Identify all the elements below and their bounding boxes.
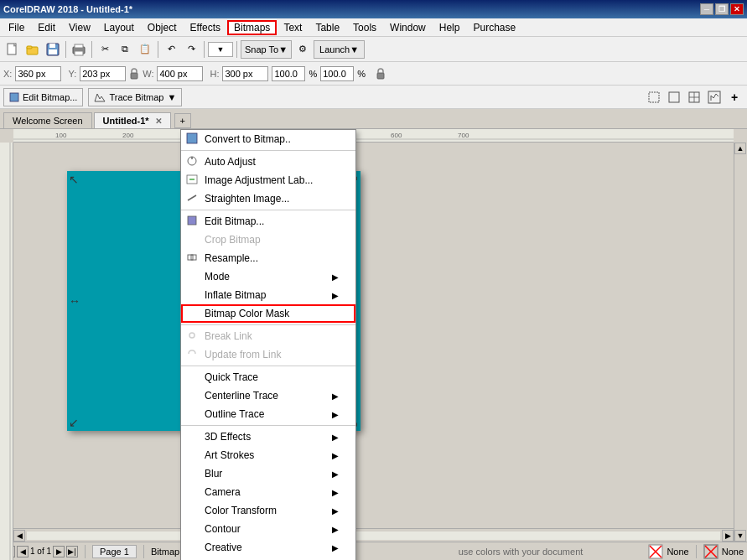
x-input[interactable] bbox=[15, 66, 61, 81]
scroll-up-button[interactable]: ▲ bbox=[734, 143, 746, 154]
menu-centerline-trace[interactable]: Centerline Trace ▶ bbox=[181, 386, 355, 405]
fill-status: None bbox=[648, 544, 688, 559]
w-input[interactable] bbox=[157, 66, 203, 81]
menu-object[interactable]: Object bbox=[141, 20, 184, 35]
status-sep-1 bbox=[85, 545, 86, 558]
scrollbar-horizontal[interactable]: ◀ ▶ bbox=[13, 528, 734, 542]
menu-straighten[interactable]: Straighten Image... bbox=[181, 189, 355, 208]
menu-auto-adjust[interactable]: Auto Adjust bbox=[181, 153, 355, 171]
menu-camera[interactable]: Camera ▶ bbox=[181, 483, 355, 501]
menu-file[interactable]: File bbox=[2, 20, 31, 35]
scroll-left-button[interactable]: ◀ bbox=[13, 530, 25, 542]
minimize-button[interactable]: ─ bbox=[700, 3, 713, 15]
menu-convert-bitmap[interactable]: Convert to Bitmap.. bbox=[181, 130, 355, 148]
creative-arrow: ▶ bbox=[332, 543, 339, 552]
convert-icon bbox=[186, 132, 198, 147]
page-tab[interactable]: Page 1 bbox=[92, 545, 137, 558]
color-hint: use colors with your document bbox=[400, 547, 642, 557]
menu-mode[interactable]: Mode ▶ bbox=[181, 267, 355, 286]
paste-button[interactable]: 📋 bbox=[136, 40, 154, 59]
page-count: 1 of 1 bbox=[30, 547, 51, 556]
scroll-right-button[interactable]: ▶ bbox=[722, 530, 734, 542]
tab-welcome[interactable]: Welcome Screen bbox=[3, 112, 92, 128]
menu-bitmaps[interactable]: Bitmaps bbox=[227, 20, 277, 35]
menu-window[interactable]: Window bbox=[383, 20, 433, 35]
zoom-level[interactable]: ▼ bbox=[208, 42, 233, 57]
scrollbar-vertical[interactable]: ▲ ▼ bbox=[734, 143, 747, 542]
scale-x-input[interactable] bbox=[272, 66, 305, 81]
menu-help[interactable]: Help bbox=[433, 20, 467, 35]
menu-text[interactable]: Text bbox=[277, 20, 309, 35]
tb-icon-3[interactable] bbox=[685, 88, 703, 106]
print-button[interactable] bbox=[70, 40, 88, 59]
new-tab-button[interactable]: + bbox=[174, 113, 191, 128]
copy-button[interactable]: ⧉ bbox=[116, 40, 134, 59]
snap-button[interactable]: Snap To ▼ bbox=[241, 40, 292, 59]
tb-icon-4[interactable] bbox=[705, 88, 724, 106]
close-button[interactable]: ✕ bbox=[730, 3, 744, 15]
launch-button[interactable]: Launch ▼ bbox=[314, 40, 365, 59]
mode-submenu-arrow: ▶ bbox=[332, 272, 339, 282]
undo-button[interactable]: ↶ bbox=[162, 40, 180, 59]
menu-custom[interactable]: Custom ▶ bbox=[181, 557, 355, 560]
menu-art-strokes[interactable]: Art Strokes ▶ bbox=[181, 446, 355, 464]
tb-icon-2[interactable] bbox=[665, 88, 683, 106]
open-button[interactable] bbox=[23, 40, 42, 59]
tab-close-icon[interactable]: ✕ bbox=[155, 117, 162, 126]
plus-zoom-button[interactable]: + bbox=[725, 88, 744, 106]
percent-x: % bbox=[309, 69, 317, 79]
menu-layout[interactable]: Layout bbox=[97, 20, 141, 35]
inflate-submenu-arrow: ▶ bbox=[332, 291, 339, 300]
color-transform-arrow: ▶ bbox=[332, 506, 339, 516]
tab-untitled[interactable]: Untitled-1* ✕ bbox=[94, 112, 171, 128]
new-button[interactable] bbox=[3, 40, 22, 59]
h-scroll-thumb[interactable] bbox=[27, 531, 720, 540]
menu-blur[interactable]: Blur ▶ bbox=[181, 464, 355, 483]
y-input[interactable] bbox=[80, 66, 126, 81]
svg-rect-51 bbox=[188, 255, 193, 260]
centerline-arrow: ▶ bbox=[332, 391, 339, 401]
page-prev-button[interactable]: ◀ bbox=[17, 546, 29, 557]
break-link-icon bbox=[186, 329, 198, 344]
menu-purchase[interactable]: Purchase bbox=[466, 20, 522, 35]
menu-edit[interactable]: Edit bbox=[31, 20, 62, 35]
trace-arrow-icon: ▼ bbox=[167, 92, 176, 102]
menu-color-transform[interactable]: Color Transform ▶ bbox=[181, 501, 355, 520]
menu-image-adjust-lab[interactable]: Image Adjustment Lab... bbox=[181, 171, 355, 189]
app-title: CorelDRAW 2018 - Untitled-1* bbox=[3, 4, 132, 14]
tb-icon-1[interactable] bbox=[645, 88, 663, 106]
menu-inflate[interactable]: Inflate Bitmap ▶ bbox=[181, 286, 355, 304]
auto-adjust-icon bbox=[186, 155, 198, 169]
trace-bitmap-button[interactable]: Trace Bitmap ▼ bbox=[88, 88, 182, 106]
launch-arrow-icon: ▼ bbox=[350, 44, 359, 54]
redo-button[interactable]: ↷ bbox=[182, 40, 200, 59]
toolbar-sep-4 bbox=[204, 41, 205, 58]
menu-effects[interactable]: Effects bbox=[184, 20, 227, 35]
menu-outline-trace[interactable]: Outline Trace ▶ bbox=[181, 405, 355, 423]
cut-button[interactable]: ✂ bbox=[96, 40, 114, 59]
percent-y: % bbox=[357, 69, 366, 79]
status-bar: |◀ ◀ 1 of 1 ▶ ▶| Page 1 Bitmap (RGB) on … bbox=[0, 542, 747, 560]
page-next-button[interactable]: ▶ bbox=[53, 546, 65, 557]
menu-resample[interactable]: Resample... bbox=[181, 249, 355, 267]
menu-quick-trace[interactable]: Quick Trace bbox=[181, 368, 355, 386]
menu-view[interactable]: View bbox=[62, 20, 97, 35]
h-input[interactable] bbox=[222, 66, 268, 81]
menu-color-mask[interactable]: Bitmap Color Mask bbox=[181, 304, 355, 323]
scale-y-input[interactable] bbox=[320, 66, 354, 81]
toolbar-sep-2 bbox=[91, 41, 92, 58]
edit-bitmap-button[interactable]: Edit Bitmap... bbox=[3, 88, 83, 106]
save-button[interactable] bbox=[44, 40, 62, 59]
settings-icon[interactable]: ⚙ bbox=[293, 40, 312, 59]
scroll-down-button[interactable]: ▼ bbox=[734, 530, 746, 542]
menu-creative[interactable]: Creative ▶ bbox=[181, 538, 355, 557]
menu-edit-bitmap[interactable]: Edit Bitmap... bbox=[181, 212, 355, 231]
menu-table[interactable]: Table bbox=[309, 20, 346, 35]
menu-tools[interactable]: Tools bbox=[346, 20, 383, 35]
page-last-button[interactable]: ▶| bbox=[66, 546, 78, 557]
svg-rect-52 bbox=[191, 255, 196, 260]
restore-button[interactable]: ❐ bbox=[715, 3, 729, 15]
menu-3d-effects[interactable]: 3D Effects ▶ bbox=[181, 428, 355, 446]
menu-contour[interactable]: Contour ▶ bbox=[181, 520, 355, 538]
svg-rect-44 bbox=[187, 133, 197, 143]
